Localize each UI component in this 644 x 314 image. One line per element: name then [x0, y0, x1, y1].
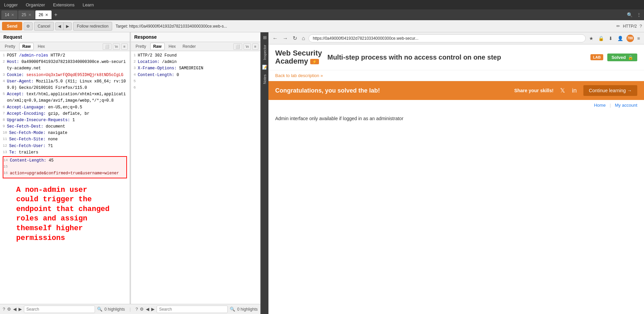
wsa-lab-title: Multi-step process with no access contro…	[327, 54, 585, 61]
browser-nav-links: Home | My account	[268, 100, 644, 109]
res-line-2: 2 Location: /admin	[134, 59, 258, 65]
menu-organizer[interactable]: Organizer	[24, 2, 46, 8]
response-wordwrap-btn[interactable]: ⬜	[233, 43, 242, 50]
req-line-14: 14 Content-Length: 45	[3, 158, 126, 164]
follow-redirection-button[interactable]: Follow redirection	[73, 22, 112, 31]
back-icon-left[interactable]: ◀	[13, 307, 17, 312]
request-highlighted-block: 14 Content-Length: 45 15 16 action=upgra…	[3, 156, 127, 178]
request-tab-raw[interactable]: Raw	[19, 43, 34, 50]
request-subtabs: Pretty Raw Hex ⬜ \n ≡	[0, 42, 130, 51]
browser-menu-btn[interactable]: ≡	[636, 35, 641, 42]
edit-icon[interactable]: ✏	[616, 24, 620, 29]
request-ln-btn[interactable]: \n	[113, 43, 120, 50]
continue-learning-button[interactable]: Continue learning →	[583, 85, 637, 96]
browser-home-btn[interactable]: ⌂	[300, 35, 307, 42]
help-icon-left[interactable]: ?	[3, 307, 5, 312]
response-tab-pretty[interactable]: Pretty	[133, 43, 149, 50]
tab-menu-icon[interactable]: ⋮	[635, 12, 643, 18]
request-tab-pretty[interactable]: Pretty	[2, 43, 18, 50]
congrats-bar: Congratulations, you solved the lab! Sha…	[268, 81, 644, 100]
search-input-right[interactable]	[157, 306, 228, 313]
browser-download-btn[interactable]: ⬇	[607, 35, 614, 42]
settings-icon-button[interactable]: ⚙	[24, 22, 33, 30]
search-icon-left[interactable]: 🔍	[97, 307, 102, 312]
info-icon[interactable]: ?	[640, 24, 642, 29]
browser-shield-btn[interactable]: 🔒	[597, 35, 605, 42]
req-line-7: 7 Accept-Encoding: gzip, deflate, br	[3, 111, 127, 117]
menu-logger[interactable]: Logger	[3, 2, 19, 8]
response-subtab-icons: ⬜ \n ≡	[233, 43, 258, 50]
req-line-3: 3 Cookie: session=Uq3x1wrFQOqdE95IDHQjrk…	[3, 72, 127, 78]
separator-left: |	[130, 307, 131, 312]
tab-25-close[interactable]: ✕	[28, 13, 31, 17]
inspector-grid-icon[interactable]: ⊞	[262, 34, 268, 41]
menu-bar: Logger Organizer Extensions Learn	[0, 0, 644, 9]
nav-my-account-link[interactable]: My account	[615, 103, 637, 108]
highlights-badge-left: 0 highlights	[104, 307, 125, 312]
browser-reload-btn[interactable]: ↻	[291, 34, 298, 42]
tab-14[interactable]: 14 ✕	[1, 10, 18, 19]
browser-back-btn[interactable]: ←	[271, 35, 279, 42]
twitter-icon[interactable]: 𝕏	[560, 87, 565, 94]
search-icon-right[interactable]: 🔍	[230, 307, 235, 312]
request-panel: Request Pretty Raw Hex ⬜ \n ≡ 1 POST /ad…	[0, 32, 130, 304]
response-code-area[interactable]: 1 HTTP/2 302 Found 2 Location: /admin 3 …	[131, 51, 261, 304]
tab-25-label: 25	[22, 12, 26, 17]
wsa-logo-inner: Web Security	[275, 49, 322, 57]
nav-back-button[interactable]: ◀	[56, 23, 64, 30]
http-version-label: HTTP/2	[621, 24, 638, 29]
tab-bar: 14 ✕ 25 ✕ 26 ✕ + 🔍 ⋮	[0, 9, 644, 20]
browser-url-bar[interactable]: https://0a49000f041932d782103340000300ce…	[309, 34, 586, 42]
menu-extensions[interactable]: Extensions	[52, 2, 76, 8]
response-ln-btn[interactable]: \n	[244, 43, 251, 50]
res-line-3: 3 X-Frame-Options: SAMEORIGIN	[134, 65, 258, 72]
lab-badge: LAB	[590, 54, 604, 60]
notes-icon[interactable]: 📝	[261, 63, 269, 71]
settings-icon-right[interactable]: ⚙	[140, 307, 144, 312]
req-line-2: 2 Host: 0a49000f041932d782103340000300ce…	[3, 59, 127, 72]
response-more-btn[interactable]: ≡	[252, 43, 258, 50]
browser-avatar[interactable]: 788	[626, 35, 634, 42]
request-tab-hex[interactable]: Hex	[35, 43, 47, 50]
tab-14-close[interactable]: ✕	[11, 13, 14, 17]
back-to-lab-link[interactable]: Back to lab description »	[275, 73, 323, 78]
inspector-label[interactable]: Inspector	[262, 42, 267, 63]
req-line-8: 8 Upgrade-Insecure-Requests: 1	[3, 117, 127, 124]
menu-learn[interactable]: Learn	[81, 2, 95, 8]
browser-profile-btn[interactable]: 👤	[616, 35, 624, 42]
response-tab-raw[interactable]: Raw	[150, 43, 165, 50]
req-line-16: 16 action=upgrade&confirmed=true&usernam…	[3, 170, 126, 177]
browser-panel: ← → ↻ ⌂ https://0a49000f041932d782103340…	[268, 32, 644, 314]
settings-icon-left[interactable]: ⚙	[7, 307, 11, 312]
tab-add-button[interactable]: +	[52, 12, 59, 18]
nav-home-link[interactable]: Home	[594, 103, 606, 108]
response-tab-render[interactable]: Render	[180, 43, 198, 50]
request-wordwrap-btn[interactable]: ⬜	[103, 43, 111, 50]
send-button[interactable]: Send	[2, 22, 22, 30]
solved-checkmark: 🔒	[628, 55, 633, 60]
forward-icon-right[interactable]: ▶	[151, 307, 155, 312]
tab-search-icon[interactable]: 🔍	[625, 12, 635, 18]
browser-forward-btn[interactable]: →	[281, 35, 289, 42]
wsa-header: Web Security Academy ⚡ Multi-step proces…	[268, 44, 644, 70]
wsa-logo-text: Web Security	[275, 49, 322, 57]
solved-badge-text: Solved	[611, 55, 626, 60]
back-icon-right[interactable]: ◀	[146, 307, 149, 312]
response-tab-hex[interactable]: Hex	[166, 43, 179, 50]
response-panel: Response Pretty Raw Hex Render ⬜ \n ≡ 1	[131, 32, 261, 304]
cancel-button[interactable]: Cancel	[34, 22, 54, 31]
help-icon-right[interactable]: ?	[135, 307, 138, 312]
request-code-area[interactable]: 1 POST /admin-roles HTTP/2 2 Host: 0a490…	[0, 51, 130, 304]
nav-forward-button[interactable]: ▶	[64, 23, 71, 30]
forward-icon-left[interactable]: ▶	[19, 307, 22, 312]
browser-chrome: ← → ↻ ⌂ https://0a49000f041932d782103340…	[268, 32, 644, 44]
tab-26[interactable]: 26 ✕	[35, 10, 52, 19]
request-more-btn[interactable]: ≡	[121, 43, 127, 50]
search-input-left[interactable]	[24, 306, 95, 313]
nav-arrows: ◀ ▶	[55, 22, 72, 30]
notes-label[interactable]: Notes	[262, 72, 267, 87]
linkedin-icon[interactable]: in	[572, 87, 577, 94]
tab-25[interactable]: 25 ✕	[18, 10, 34, 19]
browser-bookmark-btn[interactable]: ★	[588, 35, 595, 42]
tab-26-close[interactable]: ✕	[45, 13, 48, 17]
